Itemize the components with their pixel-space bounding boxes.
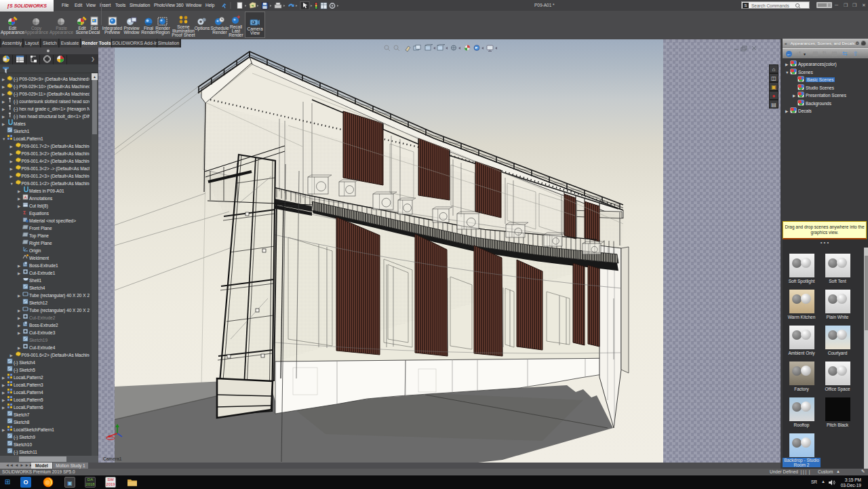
svg-text:A: A: [24, 195, 27, 199]
svg-text:Σ: Σ: [23, 210, 26, 215]
